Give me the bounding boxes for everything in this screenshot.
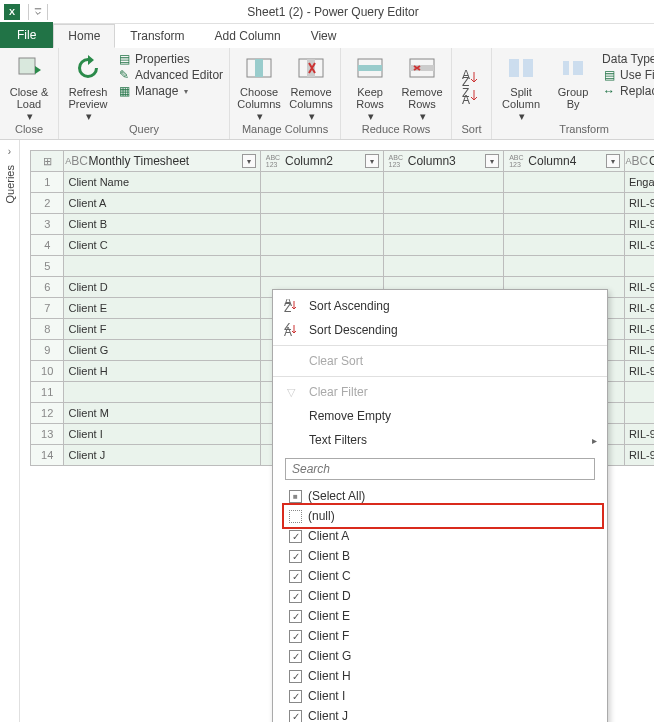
refresh-preview-button[interactable]: Refresh Preview▾ <box>65 50 111 122</box>
cell[interactable] <box>383 235 504 256</box>
sort-asc-button[interactable]: AZ <box>462 70 482 86</box>
cell[interactable]: Client D <box>64 277 260 298</box>
cell[interactable] <box>383 172 504 193</box>
row-number[interactable]: 2 <box>31 193 64 214</box>
properties-button[interactable]: ▤Properties <box>117 52 223 66</box>
keep-rows-button[interactable]: Keep Rows▾ <box>347 50 393 122</box>
checkbox-checked[interactable] <box>289 550 302 563</box>
row-number[interactable]: 8 <box>31 319 64 340</box>
cell[interactable]: Client G <box>64 340 260 361</box>
cell[interactable] <box>260 235 383 256</box>
split-column-button[interactable]: Split Column▾ <box>498 50 544 122</box>
filter-value-item[interactable]: Client F <box>285 626 595 646</box>
table-row[interactable]: 1 Client Name Engagement Letter <box>31 172 655 193</box>
filter-value-item[interactable]: Client D <box>285 586 595 606</box>
cell[interactable] <box>383 214 504 235</box>
tab-file[interactable]: File <box>0 22 53 48</box>
filter-button-col3[interactable]: ▾ <box>485 154 499 168</box>
manage-button[interactable]: ▦Manage▾ <box>117 84 223 98</box>
cell[interactable]: RIL-9879-2021 <box>624 277 654 298</box>
filter-value-item[interactable]: Client C <box>285 566 595 586</box>
filter-null-item[interactable]: (null) <box>285 506 601 526</box>
select-all-corner[interactable]: ⊞ <box>31 151 64 172</box>
filter-value-item[interactable]: Client E <box>285 606 595 626</box>
filter-button-col2[interactable]: ▾ <box>365 154 379 168</box>
tab-home[interactable]: Home <box>53 24 115 48</box>
filter-value-item[interactable]: Client G <box>285 646 595 666</box>
cell[interactable]: RIL-9883-2021 <box>624 361 654 382</box>
checkbox-checked[interactable] <box>289 670 302 683</box>
checkbox-unchecked[interactable] <box>289 510 302 523</box>
cell[interactable] <box>504 172 625 193</box>
row-number[interactable]: 7 <box>31 298 64 319</box>
column-header-3[interactable]: ABC123Column3▾ <box>383 151 504 172</box>
cell[interactable]: RIL-9876-2020 <box>624 193 654 214</box>
remove-columns-button[interactable]: Remove Columns▾ <box>288 50 334 122</box>
cell[interactable]: Client I <box>64 424 260 445</box>
filter-value-item[interactable]: Client H <box>285 666 595 686</box>
cell[interactable]: Engagement Letter <box>624 172 654 193</box>
cell[interactable] <box>260 193 383 214</box>
cell[interactable]: Client Name <box>64 172 260 193</box>
row-number[interactable]: 1 <box>31 172 64 193</box>
checkbox-checked[interactable] <box>289 710 302 723</box>
cell[interactable] <box>624 256 654 277</box>
checkbox-indeterminate[interactable] <box>289 490 302 503</box>
cell[interactable]: RIL-9884-2021 <box>624 424 654 445</box>
filter-button-col4[interactable]: ▾ <box>606 154 620 168</box>
cell[interactable]: Client C <box>64 235 260 256</box>
checkbox-checked[interactable] <box>289 630 302 643</box>
cell[interactable] <box>624 403 654 424</box>
cell[interactable] <box>260 256 383 277</box>
cell[interactable] <box>383 256 504 277</box>
cell[interactable]: RIL-9882-2021 <box>624 340 654 361</box>
sort-desc-button[interactable]: ZA <box>462 88 482 104</box>
tab-add-column[interactable]: Add Column <box>200 24 296 48</box>
advanced-editor-button[interactable]: ✎Advanced Editor <box>117 68 223 82</box>
filter-search-input[interactable] <box>285 458 595 480</box>
column-header-1[interactable]: ABCMonthly Timesheet▾ <box>64 151 260 172</box>
data-type-button[interactable]: Data Type: T <box>602 52 654 66</box>
row-number[interactable]: 5 <box>31 256 64 277</box>
tab-transform[interactable]: Transform <box>115 24 199 48</box>
row-number[interactable]: 6 <box>31 277 64 298</box>
remove-rows-button[interactable]: Remove Rows▾ <box>399 50 445 122</box>
cell[interactable]: RIL-9885-2019 <box>624 445 654 466</box>
cell[interactable]: Client F <box>64 319 260 340</box>
cell[interactable] <box>260 214 383 235</box>
queries-pane-collapsed[interactable]: › Queries <box>0 140 20 722</box>
row-number[interactable]: 10 <box>31 361 64 382</box>
cell[interactable] <box>64 256 260 277</box>
checkbox-checked[interactable] <box>289 530 302 543</box>
row-number[interactable]: 11 <box>31 382 64 403</box>
cell[interactable] <box>64 382 260 403</box>
cell[interactable]: RIL-9880-2020 <box>624 298 654 319</box>
checkbox-checked[interactable] <box>289 590 302 603</box>
column-header-4[interactable]: ABC123Column4▾ <box>504 151 625 172</box>
sort-descending-item[interactable]: ZASort Descending <box>273 318 607 342</box>
choose-columns-button[interactable]: Choose Columns▾ <box>236 50 282 122</box>
checkbox-checked[interactable] <box>289 610 302 623</box>
row-number[interactable]: 14 <box>31 445 64 466</box>
filter-select-all[interactable]: (Select All) <box>285 486 595 506</box>
remove-empty-item[interactable]: Remove Empty <box>273 404 607 428</box>
filter-value-item[interactable]: Client B <box>285 546 595 566</box>
row-number[interactable]: 13 <box>31 424 64 445</box>
column-header-5[interactable]: ABCColumn5 <box>624 151 654 172</box>
filter-button-col1[interactable]: ▾ <box>242 154 256 168</box>
cell[interactable] <box>383 193 504 214</box>
table-row[interactable]: 3 Client B RIL-9877-2021 <box>31 214 655 235</box>
sort-ascending-item[interactable]: AZSort Ascending <box>273 294 607 318</box>
close-and-load-button[interactable]: Close & Load▾ <box>6 50 52 122</box>
cell[interactable]: RIL-9878-2021 <box>624 235 654 256</box>
cell[interactable] <box>260 172 383 193</box>
cell[interactable] <box>504 193 625 214</box>
cell[interactable] <box>504 214 625 235</box>
qat-dropdown[interactable] <box>33 7 43 17</box>
use-first-row-button[interactable]: ▤Use First <box>602 68 654 82</box>
group-by-button[interactable]: Group By <box>550 50 596 110</box>
cell[interactable]: Client B <box>64 214 260 235</box>
cell[interactable]: RIL-9881-2021 <box>624 319 654 340</box>
checkbox-checked[interactable] <box>289 690 302 703</box>
replace-values-button[interactable]: ↔Replace <box>602 84 654 98</box>
